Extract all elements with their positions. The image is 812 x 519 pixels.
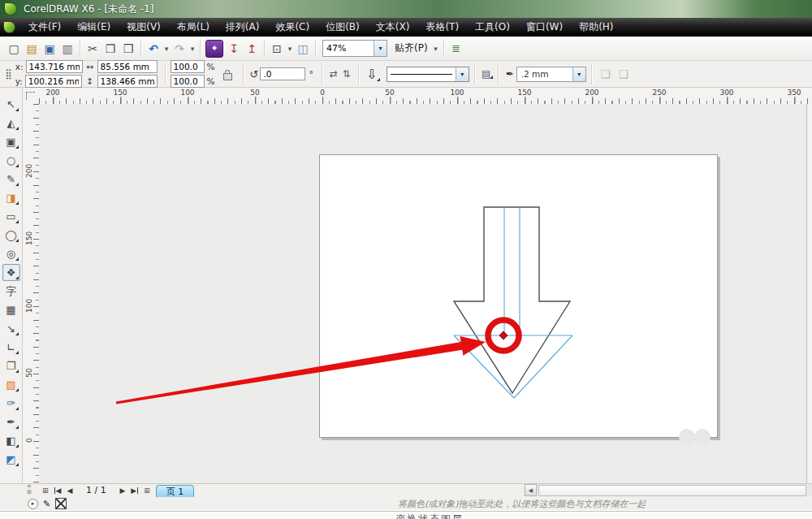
object-width-field[interactable] <box>97 60 158 73</box>
tool-pick[interactable]: ↖ <box>2 96 20 113</box>
tool-shape[interactable]: ◭ <box>2 115 20 132</box>
snap-to-button[interactable]: 贴齐(P) <box>391 41 432 55</box>
color-eyedropper-icon[interactable]: ✎ <box>43 499 50 509</box>
menu-help[interactable]: 帮助(H) <box>571 18 621 37</box>
undo-dropdown-icon[interactable]: ▾ <box>162 45 171 53</box>
snap-dropdown-icon[interactable]: ▾ <box>432 45 440 53</box>
menu-bitmaps[interactable]: 位图(B) <box>317 18 368 37</box>
scale-y-field[interactable] <box>171 75 205 88</box>
menu-view[interactable]: 视图(V) <box>119 18 169 37</box>
vertical-ruler[interactable]: 200 150 100 50 0 <box>23 104 40 483</box>
menu-tools[interactable]: 工具(O) <box>467 18 518 37</box>
menu-file[interactable]: 文件(F) <box>20 18 69 37</box>
tool-drop-shadow[interactable]: ❐ <box>2 357 20 374</box>
menu-text[interactable]: 文本(X) <box>368 18 418 37</box>
tool-crop[interactable]: ▣ <box>2 133 20 150</box>
welcome-screen-icon[interactable]: ◫ <box>294 40 312 58</box>
arrow-shape-object[interactable] <box>454 207 570 393</box>
launcher-dropdown-icon[interactable]: ▾ <box>286 45 294 53</box>
outline-style-dropdown-icon[interactable]: ▾ <box>456 67 469 81</box>
basic-shapes-tool-icon: ❖ <box>6 267 16 278</box>
lock-ratio-icon[interactable] <box>223 73 232 80</box>
menu-window[interactable]: 窗口(W) <box>518 18 571 37</box>
palette-flyout-button[interactable]: ▸ <box>28 499 38 509</box>
tool-zoom[interactable]: ○ <box>2 152 20 169</box>
tool-polygon[interactable]: ◎ <box>2 245 20 262</box>
quick-customize-icons[interactable]: ✳ ⊞ <box>27 484 32 495</box>
tool-eyedropper[interactable]: ✑ <box>2 395 20 412</box>
tool-freehand[interactable]: ✎ <box>2 171 20 188</box>
menu-arrange[interactable]: 排列(A) <box>218 18 268 37</box>
import-icon[interactable]: ↧ <box>225 40 243 58</box>
zoom-tool-icon: ○ <box>6 155 15 166</box>
vertical-scrollbar[interactable] <box>806 104 812 483</box>
horizontal-scrollbar[interactable]: ◀ <box>524 484 812 496</box>
mirror-horizontal-icon[interactable]: ⇄ <box>327 68 340 80</box>
tool-fill[interactable]: ◧ <box>2 432 20 449</box>
tool-transparency[interactable]: ▨ <box>2 376 20 393</box>
object-height-field[interactable] <box>97 75 158 88</box>
app-menu-icon[interactable] <box>3 21 15 33</box>
horizontal-ruler[interactable]: 200 150 100 50 0 50 100 150 200 250 300 … <box>39 88 812 105</box>
open-icon[interactable]: ▤ <box>23 40 41 58</box>
tool-text[interactable]: 字 <box>2 283 20 300</box>
freehand-tool-icon: ✎ <box>6 174 15 184</box>
propbar-separator <box>322 63 322 84</box>
x-position-field[interactable] <box>26 60 83 73</box>
copy-icon[interactable]: ❐ <box>102 40 119 58</box>
menu-table[interactable]: 表格(T) <box>417 18 467 37</box>
tool-smart-fill[interactable]: ◨ <box>2 189 20 206</box>
scrollbar-thumb[interactable] <box>538 485 806 496</box>
zoom-dropdown-icon[interactable]: ▾ <box>374 41 387 56</box>
zoom-level-combo[interactable]: ▾ <box>322 40 387 57</box>
next-page-button[interactable]: ▶ <box>119 487 125 495</box>
table-tool-icon: ▦ <box>6 305 15 315</box>
y-position-field[interactable] <box>25 75 82 88</box>
options-icon[interactable]: ≣ <box>447 40 465 58</box>
tool-rectangle[interactable]: ▭ <box>2 208 20 225</box>
tool-basic-shapes[interactable]: ❖ <box>2 264 20 281</box>
first-page-button[interactable]: ◀ <box>54 487 62 495</box>
tool-connector[interactable]: ∟ <box>2 339 20 356</box>
wrap-text-icon[interactable]: ▤ <box>480 68 493 80</box>
ruler-origin-box[interactable] <box>23 88 40 105</box>
save-icon[interactable]: ▣ <box>41 40 58 58</box>
scroll-left-button[interactable]: ◀ <box>525 484 537 496</box>
dimension-tool-icon: ↘ <box>6 323 15 334</box>
smart-fill-tool-icon: ◨ <box>6 192 15 203</box>
search-content-icon[interactable]: ✦ <box>205 40 223 58</box>
add-page-after-button[interactable]: ⊞ <box>144 487 150 495</box>
text-tool-icon: 字 <box>6 286 16 296</box>
tool-table[interactable]: ▦ <box>2 301 20 318</box>
toolbar-separator <box>200 40 201 58</box>
paste-icon[interactable]: ❒ <box>119 40 137 58</box>
print-icon[interactable]: ▥ <box>58 40 76 58</box>
drawing-canvas[interactable] <box>39 104 806 483</box>
export-icon[interactable]: ↥ <box>243 40 261 58</box>
outline-width-dropdown[interactable]: .2 mm ▾ <box>516 67 586 82</box>
page-tab[interactable]: 页 1 <box>156 485 195 498</box>
menu-layout[interactable]: 布局(L) <box>169 18 218 37</box>
add-page-button[interactable]: ⊞ <box>42 487 49 495</box>
tool-ellipse[interactable]: ◯ <box>2 227 20 244</box>
menu-edit[interactable]: 编辑(E) <box>69 18 119 37</box>
rotation-angle-field[interactable] <box>260 67 305 80</box>
menu-effects[interactable]: 效果(C) <box>267 18 317 37</box>
no-fill-swatch[interactable] <box>55 498 67 509</box>
mirror-vertical-icon[interactable]: ⇅ <box>340 68 353 80</box>
zoom-level-input[interactable] <box>323 42 374 54</box>
outline-width-dropdown-icon[interactable]: ▾ <box>572 67 585 81</box>
previous-page-button[interactable]: ◀ <box>67 487 72 495</box>
tool-dimension[interactable]: ↘ <box>2 320 20 337</box>
scale-x-field[interactable] <box>171 60 205 73</box>
page-indicator: 1 / 1 <box>78 485 114 495</box>
tool-outline-pen[interactable]: ✒ <box>2 413 20 430</box>
cut-icon[interactable]: ✂ <box>84 40 102 58</box>
new-document-icon[interactable]: ▢ <box>5 40 23 58</box>
outline-style-dropdown[interactable]: ▾ <box>387 67 469 82</box>
undo-icon[interactable]: ↶ <box>145 40 162 58</box>
tool-interactive-fill[interactable]: ◩ <box>2 451 20 468</box>
last-page-button[interactable]: ▶ <box>131 487 138 495</box>
application-launcher-icon[interactable]: ⊡ <box>268 40 286 58</box>
perfect-shape-picker-icon[interactable]: ⇩ <box>364 67 380 82</box>
